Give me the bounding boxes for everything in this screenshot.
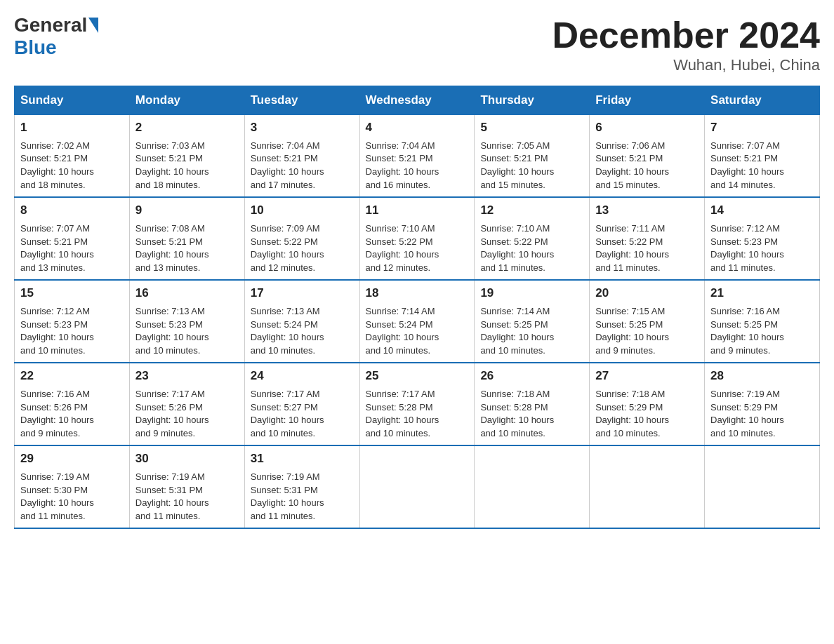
header-tuesday: Tuesday xyxy=(244,86,359,115)
calendar-cell: 5Sunrise: 7:05 AMSunset: 5:21 PMDaylight… xyxy=(475,115,590,198)
day-number: 29 xyxy=(20,450,124,468)
day-number: 9 xyxy=(135,202,239,220)
header-monday: Monday xyxy=(129,86,244,115)
calendar-cell: 18Sunrise: 7:14 AMSunset: 5:24 PMDayligh… xyxy=(359,280,475,363)
day-number: 27 xyxy=(595,368,699,385)
calendar-week-row: 1Sunrise: 7:02 AMSunset: 5:21 PMDaylight… xyxy=(15,115,820,198)
day-number: 21 xyxy=(710,285,814,302)
day-info: Sunrise: 7:10 AMSunset: 5:22 PMDaylight:… xyxy=(480,223,554,274)
day-number: 3 xyxy=(251,119,354,137)
day-number: 6 xyxy=(595,119,699,137)
day-info: Sunrise: 7:19 AMSunset: 5:31 PMDaylight:… xyxy=(135,471,209,522)
calendar-cell: 22Sunrise: 7:16 AMSunset: 5:26 PMDayligh… xyxy=(15,363,130,445)
day-info: Sunrise: 7:16 AMSunset: 5:25 PMDaylight:… xyxy=(710,306,784,356)
calendar-cell: 11Sunrise: 7:10 AMSunset: 5:22 PMDayligh… xyxy=(359,197,475,280)
calendar-cell xyxy=(475,445,590,528)
day-number: 4 xyxy=(366,119,469,137)
calendar-cell: 30Sunrise: 7:19 AMSunset: 5:31 PMDayligh… xyxy=(129,445,244,528)
day-number: 23 xyxy=(135,368,239,385)
header-sunday: Sunday xyxy=(15,86,130,115)
day-info: Sunrise: 7:18 AMSunset: 5:29 PMDaylight:… xyxy=(595,389,669,439)
logo: General Blue xyxy=(14,14,100,59)
day-number: 31 xyxy=(251,450,354,468)
day-number: 17 xyxy=(251,285,354,302)
header-thursday: Thursday xyxy=(475,86,590,115)
header-friday: Friday xyxy=(590,86,705,115)
calendar-cell: 2Sunrise: 7:03 AMSunset: 5:21 PMDaylight… xyxy=(129,115,244,198)
calendar-week-row: 8Sunrise: 7:07 AMSunset: 5:21 PMDaylight… xyxy=(15,197,820,280)
day-info: Sunrise: 7:05 AMSunset: 5:21 PMDaylight:… xyxy=(480,140,554,191)
day-info: Sunrise: 7:04 AMSunset: 5:21 PMDaylight:… xyxy=(251,140,324,191)
calendar-cell: 19Sunrise: 7:14 AMSunset: 5:25 PMDayligh… xyxy=(475,280,590,363)
day-number: 5 xyxy=(480,119,583,137)
calendar-cell: 16Sunrise: 7:13 AMSunset: 5:23 PMDayligh… xyxy=(129,280,244,363)
day-info: Sunrise: 7:12 AMSunset: 5:23 PMDaylight:… xyxy=(20,306,94,356)
calendar-cell: 15Sunrise: 7:12 AMSunset: 5:23 PMDayligh… xyxy=(15,280,130,363)
logo-general-text: General xyxy=(14,14,87,36)
day-info: Sunrise: 7:03 AMSunset: 5:21 PMDaylight:… xyxy=(135,140,209,191)
day-number: 24 xyxy=(251,368,354,385)
day-number: 1 xyxy=(20,119,124,137)
calendar-cell: 13Sunrise: 7:11 AMSunset: 5:22 PMDayligh… xyxy=(590,197,705,280)
calendar-cell: 25Sunrise: 7:17 AMSunset: 5:28 PMDayligh… xyxy=(359,363,475,445)
calendar-cell xyxy=(359,445,475,528)
logo-triangle-icon xyxy=(88,18,98,33)
page-header: General Blue December 2024 Wuhan, Hubei,… xyxy=(14,14,820,74)
day-info: Sunrise: 7:04 AMSunset: 5:21 PMDaylight:… xyxy=(366,140,439,191)
day-info: Sunrise: 7:02 AMSunset: 5:21 PMDaylight:… xyxy=(20,140,94,191)
calendar-cell: 21Sunrise: 7:16 AMSunset: 5:25 PMDayligh… xyxy=(705,280,820,363)
day-info: Sunrise: 7:17 AMSunset: 5:27 PMDaylight:… xyxy=(251,389,324,439)
calendar-week-row: 29Sunrise: 7:19 AMSunset: 5:30 PMDayligh… xyxy=(15,445,820,528)
calendar-cell: 4Sunrise: 7:04 AMSunset: 5:21 PMDaylight… xyxy=(359,115,475,198)
calendar-cell: 27Sunrise: 7:18 AMSunset: 5:29 PMDayligh… xyxy=(590,363,705,445)
day-number: 7 xyxy=(710,119,814,137)
day-info: Sunrise: 7:06 AMSunset: 5:21 PMDaylight:… xyxy=(595,140,669,191)
calendar-table: SundayMondayTuesdayWednesdayThursdayFrid… xyxy=(14,86,820,529)
location: Wuhan, Hubei, China xyxy=(552,56,820,74)
day-number: 28 xyxy=(710,368,814,385)
day-number: 25 xyxy=(366,368,469,385)
day-number: 18 xyxy=(366,285,469,302)
calendar-cell: 26Sunrise: 7:18 AMSunset: 5:28 PMDayligh… xyxy=(475,363,590,445)
calendar-cell: 8Sunrise: 7:07 AMSunset: 5:21 PMDaylight… xyxy=(15,197,130,280)
logo-blue-text: Blue xyxy=(14,36,57,58)
calendar-cell: 28Sunrise: 7:19 AMSunset: 5:29 PMDayligh… xyxy=(705,363,820,445)
calendar-cell: 23Sunrise: 7:17 AMSunset: 5:26 PMDayligh… xyxy=(129,363,244,445)
day-info: Sunrise: 7:10 AMSunset: 5:22 PMDaylight:… xyxy=(366,223,439,274)
day-info: Sunrise: 7:19 AMSunset: 5:29 PMDaylight:… xyxy=(710,389,784,439)
header-wednesday: Wednesday xyxy=(359,86,475,115)
title-area: December 2024 Wuhan, Hubei, China xyxy=(552,14,820,74)
calendar-cell: 31Sunrise: 7:19 AMSunset: 5:31 PMDayligh… xyxy=(244,445,359,528)
calendar-cell xyxy=(590,445,705,528)
calendar-cell: 1Sunrise: 7:02 AMSunset: 5:21 PMDaylight… xyxy=(15,115,130,198)
day-info: Sunrise: 7:14 AMSunset: 5:24 PMDaylight:… xyxy=(366,306,439,356)
calendar-cell: 10Sunrise: 7:09 AMSunset: 5:22 PMDayligh… xyxy=(244,197,359,280)
day-number: 2 xyxy=(135,119,239,137)
calendar-cell: 29Sunrise: 7:19 AMSunset: 5:30 PMDayligh… xyxy=(15,445,130,528)
calendar-cell: 20Sunrise: 7:15 AMSunset: 5:25 PMDayligh… xyxy=(590,280,705,363)
day-info: Sunrise: 7:08 AMSunset: 5:21 PMDaylight:… xyxy=(135,223,209,274)
day-info: Sunrise: 7:13 AMSunset: 5:23 PMDaylight:… xyxy=(135,306,209,356)
day-number: 20 xyxy=(595,285,699,302)
calendar-cell: 12Sunrise: 7:10 AMSunset: 5:22 PMDayligh… xyxy=(475,197,590,280)
calendar-cell: 6Sunrise: 7:06 AMSunset: 5:21 PMDaylight… xyxy=(590,115,705,198)
day-number: 11 xyxy=(366,202,469,220)
day-info: Sunrise: 7:17 AMSunset: 5:26 PMDaylight:… xyxy=(135,389,209,439)
day-number: 10 xyxy=(251,202,354,220)
day-info: Sunrise: 7:13 AMSunset: 5:24 PMDaylight:… xyxy=(251,306,324,356)
day-info: Sunrise: 7:15 AMSunset: 5:25 PMDaylight:… xyxy=(595,306,669,356)
month-title: December 2024 xyxy=(552,14,820,56)
day-info: Sunrise: 7:16 AMSunset: 5:26 PMDaylight:… xyxy=(20,389,94,439)
calendar-cell: 14Sunrise: 7:12 AMSunset: 5:23 PMDayligh… xyxy=(705,197,820,280)
day-info: Sunrise: 7:07 AMSunset: 5:21 PMDaylight:… xyxy=(710,140,784,191)
day-number: 8 xyxy=(20,202,124,220)
day-number: 19 xyxy=(480,285,583,302)
calendar-week-row: 22Sunrise: 7:16 AMSunset: 5:26 PMDayligh… xyxy=(15,363,820,445)
day-info: Sunrise: 7:17 AMSunset: 5:28 PMDaylight:… xyxy=(366,389,439,439)
day-info: Sunrise: 7:19 AMSunset: 5:31 PMDaylight:… xyxy=(251,471,324,522)
calendar-week-row: 15Sunrise: 7:12 AMSunset: 5:23 PMDayligh… xyxy=(15,280,820,363)
day-number: 26 xyxy=(480,368,583,385)
day-number: 16 xyxy=(135,285,239,302)
day-info: Sunrise: 7:18 AMSunset: 5:28 PMDaylight:… xyxy=(480,389,554,439)
header-saturday: Saturday xyxy=(705,86,820,115)
